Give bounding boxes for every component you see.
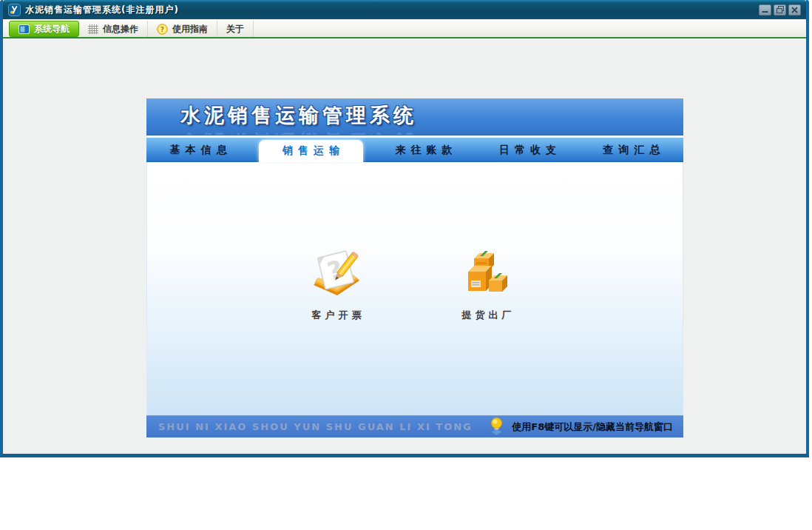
close-button[interactable] [788,4,801,16]
shortcut-label: 提货出厂 [439,309,535,322]
restore-button[interactable] [774,4,786,16]
close-icon [791,7,798,13]
pickup-boxes-icon [461,249,512,301]
window-controls [759,4,801,16]
minimize-icon [762,7,768,13]
toolbar-item-label: 使用指南 [172,23,208,36]
panel-header: 水泥销售运输管理系统 水泥销售运输管理系统 [146,98,683,135]
f8-hint: 使用F8键可以显示/隐藏当前导航窗口 [488,417,673,437]
tab-sales-transport[interactable]: 销售运输 [259,140,362,162]
tab-query-summary[interactable]: 查询汇总 [580,138,683,162]
f8-hint-text: 使用F8键可以显示/隐藏当前导航窗口 [512,420,673,434]
shortcut-customer-invoicing[interactable]: ? 客户开票 [288,249,385,322]
toolbar-item-user-guide[interactable]: ? 使用指南 [148,21,217,37]
help-coin-icon: ? [157,24,168,35]
navigation-panel-icon [18,24,30,34]
toolbar-item-info-operations[interactable]: 信息操作 [79,21,148,37]
tab-daily-expenses[interactable]: 日常收支 [476,138,579,162]
toolbar-item-about[interactable]: 关于 [217,21,254,37]
shortcut-pickup-delivery[interactable]: 提货出厂 [439,249,535,322]
toolbar-item-system-navigation[interactable]: 系统导航 [9,21,79,37]
tab-basic-info[interactable]: 基本信息 [146,138,250,162]
titlebar: 水泥销售运输管理系统(非注册用户) [3,0,806,19]
window-title: 水泥销售运输管理系统(非注册用户) [25,4,179,16]
desktop-background: 水泥销售运输管理系统(非注册用户) [0,0,812,530]
toolbar-item-label: 系统导航 [34,23,70,36]
navigation-panel: 水泥销售运输管理系统 水泥销售运输管理系统 基本信息 销售运输 来往账款 日常收… [146,98,683,437]
panel-title-reflection: 水泥销售运输管理系统 [180,129,417,135]
invoice-notepad-pencil-icon: ? [311,249,362,301]
toolbar-item-label: 信息操作 [103,23,138,36]
app-logo-icon [8,4,21,16]
panel-footer: SHUI NI XIAO SHOU YUN SHU GUAN LI XI TON… [146,415,683,437]
panel-content: ? 客户开票 [146,162,683,415]
minimize-button[interactable] [759,4,771,16]
pinyin-watermark: SHUI NI XIAO SHOU YUN SHU GUAN LI XI TON… [158,421,473,432]
grid-icon [88,24,98,34]
panel-title: 水泥销售运输管理系统 [180,102,417,129]
toolbar: 系统导航 信息操作 ? 使用指南 关 [3,19,806,38]
shortcut-label: 客户开票 [288,309,385,322]
main-area: 水泥销售运输管理系统 水泥销售运输管理系统 基本信息 销售运输 来往账款 日常收… [3,38,806,452]
app-window: 水泥销售运输管理系统(非注册用户) [0,0,809,457]
toolbar-item-label: 关于 [226,23,244,36]
panel-tabbar: 基本信息 销售运输 来往账款 日常收支 查询汇总 [146,138,683,162]
lightbulb-icon [488,417,505,437]
tab-accounts[interactable]: 来往账款 [372,138,476,162]
restore-icon [777,6,784,13]
svg-text:?: ? [160,25,164,33]
